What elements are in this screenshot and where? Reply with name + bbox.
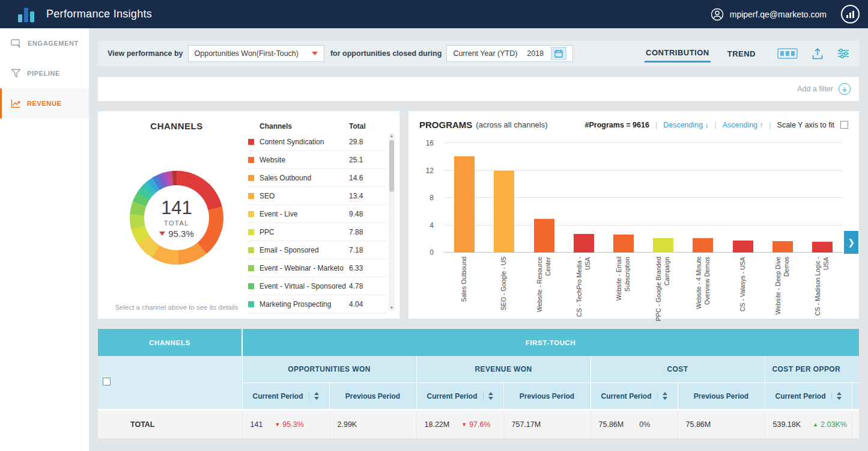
program-bar[interactable] bbox=[494, 171, 514, 253]
y-axis-tick-label: 16 bbox=[426, 139, 434, 147]
metric-cell: 2.99K bbox=[329, 410, 416, 438]
engagement-icon bbox=[11, 38, 22, 48]
scale-y-checkbox[interactable] bbox=[840, 121, 848, 129]
previous-period-header: Previous Period bbox=[329, 382, 416, 410]
sort-control-icon[interactable] bbox=[831, 392, 842, 400]
program-bar-label: Website - Deep Dive Demos bbox=[774, 257, 791, 324]
channel-legend-row[interactable]: Email - Sponsored7.18 bbox=[248, 241, 386, 259]
settings-sliders-icon[interactable] bbox=[837, 48, 849, 59]
column-group-header: COST PER OPPOR bbox=[765, 356, 859, 382]
sort-control-icon[interactable] bbox=[309, 392, 319, 400]
program-bar[interactable] bbox=[772, 241, 793, 253]
channel-total: 14.6 bbox=[349, 174, 386, 182]
metric-cell: 141▼95.3% bbox=[242, 410, 329, 438]
sidebar-item-revenue[interactable]: REVENUE bbox=[0, 88, 89, 118]
sidebar-item-label: ENGAGEMENT bbox=[28, 40, 79, 47]
program-bar[interactable] bbox=[574, 234, 594, 253]
previous-period-header: Previous Period bbox=[852, 382, 859, 410]
app-logo-icon bbox=[18, 7, 34, 22]
next-page-chevron-button[interactable] bbox=[844, 231, 858, 254]
channel-legend-row[interactable]: Event - Virtual - Sponsored4.78 bbox=[248, 277, 386, 295]
sidebar-item-pipeline[interactable]: PIPELINE bbox=[0, 58, 89, 88]
channel-legend-row[interactable]: Website25.1 bbox=[248, 151, 386, 169]
sidebar: ENGAGEMENT PIPELINE REVENUE bbox=[0, 28, 89, 451]
select-all-checkbox[interactable] bbox=[103, 378, 111, 385]
delta-down-icon: ▼ bbox=[461, 422, 467, 428]
channel-swatch-icon bbox=[248, 265, 254, 271]
program-bar-label: CS - TechPro Media - USA bbox=[575, 257, 592, 324]
current-period-header[interactable]: Current Period bbox=[590, 382, 678, 410]
program-bar[interactable] bbox=[693, 238, 713, 253]
channel-legend-row[interactable]: Marketing Prospecting4.04 bbox=[248, 295, 386, 313]
calendar-icon[interactable] bbox=[551, 47, 566, 60]
y-axis-tick-label: 8 bbox=[429, 194, 434, 202]
sidebar-item-engagement[interactable]: ENGAGEMENT bbox=[0, 28, 89, 58]
channel-name: Event - Virtual - Sponsored bbox=[259, 282, 349, 290]
program-bar[interactable] bbox=[454, 156, 475, 253]
program-bar[interactable] bbox=[613, 235, 634, 253]
sort-control-icon[interactable] bbox=[483, 392, 493, 400]
channel-name: Email - Sponsored bbox=[259, 246, 349, 254]
program-bar[interactable] bbox=[812, 242, 833, 253]
sort-descending-link[interactable]: Descending bbox=[663, 121, 708, 129]
channel-total: 13.4 bbox=[349, 192, 386, 200]
main-content: View performance by Opportunities Won(Fi… bbox=[89, 28, 868, 451]
channel-name: Website bbox=[259, 156, 349, 164]
current-period-header[interactable]: Current Period bbox=[242, 382, 329, 410]
previous-period-header: Previous Period bbox=[678, 382, 765, 410]
channel-total: 4.78 bbox=[349, 282, 386, 290]
y-axis-tick-label: 0 bbox=[429, 248, 434, 257]
channel-name: Event - Webinar - Marketo bbox=[259, 264, 349, 272]
scroll-down-icon[interactable] bbox=[390, 305, 394, 311]
user-avatar-icon[interactable] bbox=[711, 8, 724, 21]
channel-legend-row[interactable]: SEO13.4 bbox=[248, 187, 386, 205]
delta-down-icon: ▼ bbox=[275, 422, 280, 428]
metrics-table: CHANNELS FIRST-TOUCH OPPORTUNITIES WONRE… bbox=[98, 329, 859, 438]
current-period-header[interactable]: Current Period bbox=[765, 382, 852, 410]
sort-control-icon[interactable] bbox=[657, 392, 667, 400]
channel-legend-row[interactable]: Sales Outbound14.6 bbox=[248, 169, 386, 187]
metric-cell: 75.86M0% bbox=[590, 410, 678, 438]
period-value: Current Year (YTD) bbox=[453, 49, 517, 58]
donut-delta-value: 95.3% bbox=[168, 229, 194, 239]
card-view-icon[interactable] bbox=[777, 48, 798, 59]
program-bar[interactable] bbox=[534, 219, 554, 253]
program-bar[interactable] bbox=[653, 238, 673, 253]
channel-total: 6.33 bbox=[349, 264, 386, 272]
scrollbar-thumb[interactable] bbox=[389, 140, 394, 192]
tab-contribution[interactable]: CONTRIBUTION bbox=[645, 44, 711, 63]
sort-ascending-link[interactable]: Ascending bbox=[723, 121, 763, 129]
channel-total: 7.88 bbox=[349, 228, 386, 236]
period-dropdown[interactable]: Current Year (YTD) 2018 bbox=[446, 45, 573, 62]
select-all-cell bbox=[98, 356, 115, 410]
closed-during-label: for opportunities closed during bbox=[330, 49, 442, 58]
channel-legend-row[interactable]: PPC7.88 bbox=[248, 223, 386, 241]
channel-legend-row[interactable]: Event - Webinar - Marketo6.33 bbox=[248, 259, 386, 277]
filter-bar[interactable]: Add a filter bbox=[98, 77, 859, 101]
program-bar-label: Website - Resource Center bbox=[536, 257, 552, 324]
metrics-table-wrap: CHANNELS FIRST-TOUCH OPPORTUNITIES WONRE… bbox=[98, 329, 859, 438]
view-by-label: View performance by bbox=[108, 49, 183, 58]
metric-cell: 75.86M bbox=[678, 410, 765, 438]
program-bar-label: SEO - Google - US bbox=[500, 257, 508, 324]
chevron-down-icon bbox=[312, 52, 318, 55]
scale-y-label: Scale Y axis to fit bbox=[777, 121, 834, 129]
legend-scrollbar[interactable] bbox=[389, 133, 395, 311]
y-axis-tick-label: 12 bbox=[426, 167, 434, 175]
view-by-dropdown[interactable]: Opportunities Won(First-Touch) bbox=[188, 45, 324, 62]
donut-total-value: 141 bbox=[161, 197, 192, 219]
export-icon[interactable] bbox=[812, 48, 823, 60]
tab-trend[interactable]: TREND bbox=[726, 46, 757, 62]
scroll-up-icon[interactable] bbox=[390, 133, 394, 139]
programs-yticks: 0481216 bbox=[420, 143, 439, 253]
channels-donut-chart[interactable]: 141 TOTAL 95.3% bbox=[130, 171, 223, 265]
column-group-header: REVENUE WON bbox=[416, 356, 590, 382]
channel-legend-row[interactable]: Content Syndication29.8 bbox=[248, 133, 386, 151]
channel-legend-row[interactable]: Event - Live9.48 bbox=[248, 205, 386, 223]
add-filter-plus-icon[interactable] bbox=[839, 83, 851, 95]
program-bar-label: CS - Valasys - USA bbox=[739, 257, 747, 324]
channel-name-column-header bbox=[115, 356, 242, 410]
insights-circle-icon[interactable] bbox=[841, 5, 860, 23]
program-bar[interactable] bbox=[733, 241, 753, 253]
current-period-header[interactable]: Current Period bbox=[416, 382, 503, 410]
